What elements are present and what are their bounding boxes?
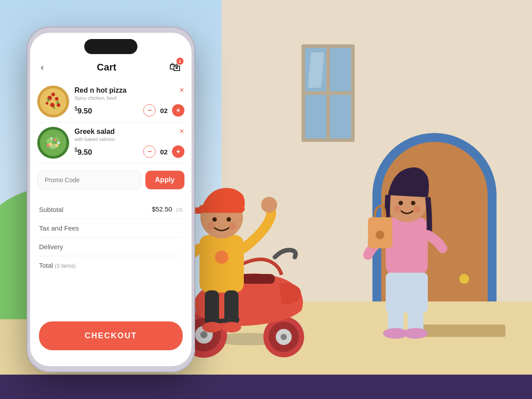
svg-point-59 [54,139,56,141]
bottom-bar [0,375,532,399]
item-name-salad: Greek salad [74,128,115,136]
cart-item: Greek salad ✕ with baked salmon $9.50 − … [37,122,184,164]
svg-point-46 [51,93,55,96]
svg-point-58 [55,144,59,147]
cart-title: Cart [97,62,116,73]
item-image-pizza [37,86,69,117]
total-label: Total (3 items) [39,262,76,269]
phone-screen: ‹ Cart 🛍 1 [30,33,192,366]
item-details-pizza: Red n hot pizza ✕ Spicy chicken, beef $9… [74,86,184,117]
svg-point-43 [50,103,55,107]
svg-point-47 [47,99,50,102]
svg-point-42 [55,97,59,101]
qty-value-pizza: 02 [160,107,168,114]
back-button[interactable]: ‹ [41,62,44,72]
phone-mockup: ‹ Cart 🛍 1 [27,27,195,372]
door-knob [459,274,469,284]
tax-label: Tax and Fees [39,224,79,232]
tax-row: Tax and Fees [39,219,183,238]
item-details-salad: Greek salad ✕ with baked salmon $9.50 − … [74,128,184,158]
door-mat [417,325,505,337]
qty-control-pizza: − 02 + [143,104,184,117]
item-image-salad [37,127,69,159]
price-symbol: $ [74,147,78,153]
svg-point-49 [53,107,55,109]
price-symbol: $ [74,106,78,112]
delivery-label: Delivery [39,243,63,250]
remove-pizza-button[interactable]: ✕ [179,86,184,94]
item-desc-pizza: Spicy chicken, beef [74,95,184,101]
subtotal-label: Subtotal [39,206,63,213]
item-price-pizza: $9.50 [74,106,92,116]
dynamic-island [84,39,137,54]
item-price-salad: $9.50 [74,147,92,157]
svg-point-62 [51,137,53,140]
svg-point-57 [49,143,52,146]
door-frame [381,142,488,301]
qty-minus-salad[interactable]: − [143,145,156,158]
svg-point-44 [46,102,48,105]
promo-section: Apply [30,164,192,196]
qty-plus-salad[interactable]: + [172,145,184,158]
promo-code-input[interactable] [37,171,141,189]
svg-point-51 [50,107,52,109]
svg-point-40 [40,88,66,115]
window [301,44,355,142]
item-desc-salad: with baked salmon [74,137,184,142]
delivery-row: Delivery [39,238,183,256]
cart-items-list: Red n hot pizza ✕ Spicy chicken, beef $9… [30,81,192,164]
summary-section: Subtotal $52.50 US Tax and Fees Delivery [30,196,192,278]
qty-plus-pizza[interactable]: + [172,104,184,117]
subtotal-row: Subtotal $52.50 US [39,200,183,219]
svg-point-53 [40,129,66,156]
svg-point-50 [59,97,62,99]
total-row: Total (3 items) [39,256,183,274]
window-glare [308,52,325,88]
svg-point-45 [57,103,60,107]
remove-salad-button[interactable]: ✕ [179,128,184,135]
door-container [372,133,497,337]
qty-value-salad: 02 [160,148,168,156]
qty-control-salad: − 02 + [143,145,184,158]
window-divider-v [326,48,330,138]
svg-point-48 [56,101,59,104]
checkout-button[interactable]: CHECKOUT [39,321,183,350]
qty-minus-pizza[interactable]: − [143,104,156,117]
cart-item: Red n hot pizza ✕ Spicy chicken, beef $9… [37,81,184,122]
svg-point-61 [57,141,60,144]
item-name-pizza: Red n hot pizza [74,86,126,94]
cart-icon-wrapper[interactable]: 🛍 1 [169,60,181,74]
apply-button[interactable]: Apply [145,171,184,189]
subtotal-value: $52.50 US [152,205,183,213]
checkout-section: CHECKOUT [39,321,183,350]
cart-badge: 1 [176,58,184,65]
svg-point-60 [47,144,49,147]
